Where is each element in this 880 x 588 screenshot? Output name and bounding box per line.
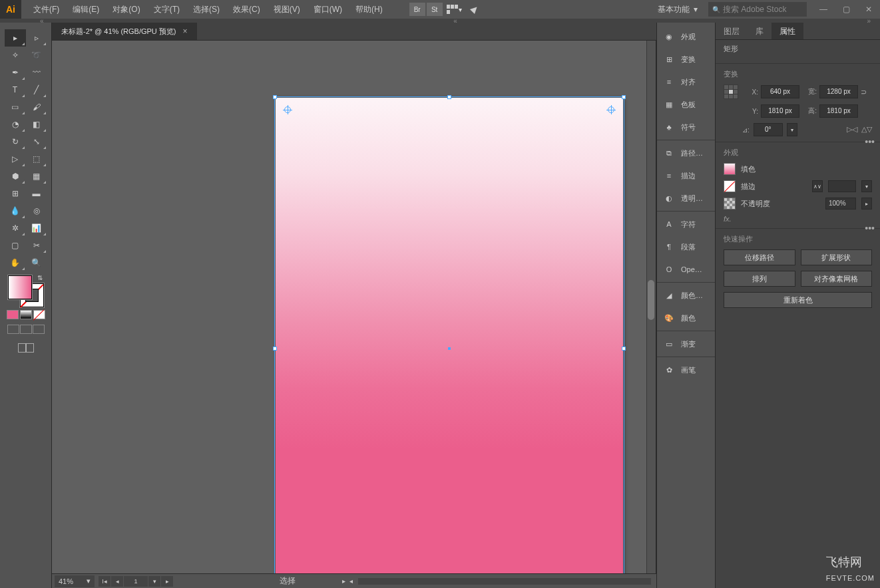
opacity-dropdown[interactable]: ▸ (861, 198, 872, 210)
stroke-weight-value[interactable] (828, 180, 856, 192)
menu-file[interactable]: 文件(F) (27, 0, 66, 19)
panel-item-gradient[interactable]: ▭渐变 (657, 333, 715, 355)
panel-item-pathfinder[interactable]: ⧉路径… (657, 142, 715, 164)
angle-value[interactable]: 0° (754, 123, 783, 136)
next-artboard-button[interactable]: ▸ (161, 576, 173, 587)
menu-help[interactable]: 帮助(H) (349, 0, 389, 19)
screen-mode-toggle[interactable] (18, 343, 34, 353)
perspective-tool[interactable]: ▦ (26, 168, 47, 185)
symbol-sprayer-tool[interactable]: ✲ (5, 220, 26, 237)
paintbrush-tool[interactable]: 🖌 (26, 98, 47, 116)
shape-builder-tool[interactable]: ⬢ (5, 168, 26, 185)
menu-window[interactable]: 窗口(W) (307, 0, 349, 19)
tab-libraries[interactable]: 库 (748, 23, 771, 39)
arrange-docs-icon[interactable]: ▾ (444, 3, 465, 16)
magic-wand-tool[interactable]: ✧ (5, 47, 26, 64)
gpu-icon[interactable] (467, 3, 483, 16)
panel-item-appearance[interactable]: ◉外观 (657, 25, 715, 48)
first-artboard-button[interactable]: I◂ (99, 576, 110, 587)
stock-icon[interactable]: St (427, 3, 443, 16)
vertical-scrollbar[interactable] (646, 41, 656, 573)
type-tool[interactable]: T (5, 81, 26, 98)
x-value[interactable]: 640 px (761, 85, 799, 98)
panel-item-colorthemes[interactable]: 🎨颜色 (657, 307, 715, 329)
vertical-scroll-thumb[interactable] (648, 280, 654, 320)
status-menu-icon[interactable]: ▸ (342, 577, 345, 585)
tab-layers[interactable]: 图层 (716, 23, 748, 39)
workspace-selector[interactable]: 基本功能 (650, 0, 706, 19)
artboard-number[interactable]: 1 (124, 576, 148, 587)
artboard-dropdown[interactable]: ▾ (148, 576, 160, 587)
swap-colors-icon[interactable]: ⇅ (37, 274, 43, 281)
pen-tool[interactable]: ✒ (5, 64, 26, 81)
menu-edit[interactable]: 编辑(E) (66, 0, 106, 19)
selection-tool[interactable]: ▸ (5, 29, 26, 47)
artboard-tool[interactable]: ▢ (5, 237, 26, 254)
offset-path-button[interactable]: 位移路径 (724, 249, 795, 265)
link-wh-icon[interactable]: ⊃ (861, 88, 873, 96)
lasso-tool[interactable]: ➰ (26, 47, 47, 64)
curvature-tool[interactable]: 〰 (26, 64, 47, 81)
close-button[interactable]: ✕ (857, 1, 880, 17)
horizontal-scrollbar[interactable] (358, 578, 651, 585)
tab-properties[interactable]: 属性 (771, 23, 803, 39)
panel-item-brushes[interactable]: ✿画笔 (657, 359, 715, 381)
prev-artboard-button[interactable]: ◂ (111, 576, 123, 587)
fx-button[interactable]: fx. (724, 215, 872, 223)
direct-selection-tool[interactable]: ▹ (26, 29, 47, 47)
panel-item-color[interactable]: ◢颜色… (657, 284, 715, 307)
panel-item-transparency[interactable]: ◐透明… (657, 187, 715, 210)
menu-object[interactable]: 对象(O) (106, 0, 146, 19)
panel-item-symbols[interactable]: ♣符号 (657, 116, 715, 138)
panel-item-stroke[interactable]: ≡描边 (657, 164, 715, 187)
document-tab[interactable]: 未标题-2* @ 41% (RGB/GPU 预览) × (52, 23, 197, 40)
arrange-button[interactable]: 排列 (724, 271, 795, 287)
flip-h-icon[interactable]: ▷◁ (847, 125, 857, 134)
recolor-button[interactable]: 重新着色 (724, 292, 872, 308)
angle-dropdown[interactable]: ▾ (787, 123, 797, 136)
reference-point[interactable] (724, 84, 738, 99)
gradient-tool[interactable]: ▬ (26, 185, 47, 202)
opacity-chip[interactable] (724, 198, 736, 210)
opacity-value[interactable]: 100% (825, 198, 856, 210)
scale-tool[interactable]: ⤡ (26, 133, 47, 150)
panel-item-opentype[interactable]: OOpe… (657, 258, 715, 281)
artboard-gradient-rect[interactable] (276, 98, 623, 573)
line-tool[interactable]: ╱ (26, 81, 47, 98)
y-value[interactable]: 1810 px (761, 104, 799, 118)
draw-inside[interactable] (33, 325, 45, 334)
color-mode-none[interactable] (33, 310, 45, 319)
eraser-tool[interactable]: ◧ (26, 116, 47, 133)
graph-tool[interactable]: 📊 (26, 220, 47, 237)
free-transform-tool[interactable]: ⬚ (26, 150, 47, 168)
minimize-button[interactable]: — (812, 1, 835, 17)
menu-type[interactable]: 文字(T) (147, 0, 186, 19)
fill-color[interactable] (8, 275, 32, 299)
expand-shape-button[interactable]: 扩展形状 (801, 249, 873, 265)
panel-item-character[interactable]: A字符 (657, 213, 715, 235)
align-pixel-button[interactable]: 对齐像素网格 (801, 271, 873, 287)
menu-effect[interactable]: 效果(C) (226, 0, 267, 19)
rectangle-tool[interactable]: ▭ (5, 98, 26, 116)
color-mode-gradient[interactable] (20, 310, 32, 319)
menu-select[interactable]: 选择(S) (186, 0, 226, 19)
blend-tool[interactable]: ◎ (26, 202, 47, 220)
stroke-chip[interactable] (724, 180, 736, 192)
panel-item-transform[interactable]: ⊞变换 (657, 48, 715, 71)
panel-item-paragraph[interactable]: ¶段落 (657, 235, 715, 258)
search-input[interactable]: 搜索 Adobe Stock (708, 2, 807, 17)
hand-tool[interactable]: ✋ (5, 254, 26, 271)
panel-item-align[interactable]: ≡对齐 (657, 71, 715, 93)
zoom-level-select[interactable]: 41%▾ (55, 575, 95, 587)
flip-v-icon[interactable]: △▽ (861, 125, 872, 134)
close-tab-icon[interactable]: × (183, 27, 188, 36)
h-value[interactable]: 1810 px (819, 104, 858, 118)
width-tool[interactable]: ▷ (5, 150, 26, 168)
fill-stroke-well[interactable]: ⇅ (8, 275, 44, 307)
color-mode-solid[interactable] (7, 310, 19, 319)
shaper-tool[interactable]: ◔ (5, 116, 26, 133)
menu-view[interactable]: 视图(V) (267, 0, 307, 19)
slice-tool[interactable]: ✂ (26, 237, 47, 254)
stroke-weight-dropdown[interactable]: ▾ (861, 180, 872, 192)
zoom-tool[interactable]: 🔍 (26, 254, 47, 271)
